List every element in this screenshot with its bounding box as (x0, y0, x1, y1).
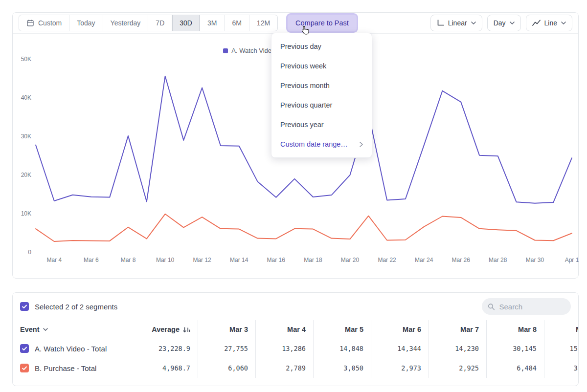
value-cell-cut: 3, (544, 358, 579, 378)
value-cell: 14,848 (313, 339, 371, 358)
row-checkbox[interactable] (20, 344, 29, 353)
segment-name[interactable]: A. Watch Video - Total (35, 345, 107, 353)
chevron-down-icon (43, 328, 48, 331)
table-header: Event Average Mar 3 Mar 4 Mar 5 Mar 6 Ma… (13, 320, 578, 339)
svg-text:Mar 16: Mar 16 (267, 257, 286, 263)
svg-text:Mar 28: Mar 28 (489, 257, 507, 263)
average-value: 23,228.9 (140, 345, 198, 352)
column-header-mar-7[interactable]: Mar 7 (429, 320, 486, 339)
menu-item-previous-quarter[interactable]: Previous quarter (271, 95, 372, 115)
svg-text:Mar 12: Mar 12 (193, 257, 211, 263)
svg-text:0: 0 (28, 249, 31, 256)
svg-text:Mar 20: Mar 20 (341, 257, 360, 263)
check-icon (22, 365, 27, 371)
menu-item-previous-day[interactable]: Previous day (271, 37, 372, 56)
column-header-cut: M (544, 320, 579, 339)
value-cell: 2,925 (429, 358, 486, 378)
svg-text:Mar 6: Mar 6 (84, 257, 99, 263)
range-yesterday[interactable]: Yesterday (103, 15, 148, 31)
check-icon (22, 304, 27, 309)
value-cell: 30,145 (486, 339, 544, 358)
value-cell-cut: 15, (544, 339, 579, 358)
event-cell: A. Watch Video - Total (13, 344, 140, 353)
sort-descending-icon (183, 327, 190, 333)
svg-text:Mar 8: Mar 8 (121, 257, 136, 263)
range-today[interactable]: Today (69, 15, 102, 31)
value-cell: 13,286 (255, 339, 313, 358)
menu-item-previous-year[interactable]: Previous year (271, 115, 372, 134)
calendar-icon (26, 19, 34, 27)
svg-text:Mar 4: Mar 4 (46, 257, 62, 263)
value-cell: 27,755 (198, 339, 255, 358)
search-input[interactable] (499, 303, 565, 311)
event-cell: B. Purchase - Total (13, 364, 140, 372)
analytics-dashboard: { "toolbar": { "custom_label": "Custom",… (0, 0, 587, 392)
svg-text:10K: 10K (21, 210, 31, 217)
compare-menu: Previous day Previous week Previous mont… (271, 33, 372, 158)
chevron-down-icon (471, 22, 476, 24)
svg-text:Mar 30: Mar 30 (526, 257, 544, 263)
column-header-mar-3[interactable]: Mar 3 (198, 320, 255, 339)
svg-text:Mar 14: Mar 14 (230, 257, 248, 263)
segments-header: Selected 2 of 2 segments (13, 293, 578, 320)
average-column-header[interactable]: Average (140, 326, 198, 333)
chevron-right-icon (360, 142, 363, 147)
chart-controls: Linear Day Line (430, 15, 572, 31)
menu-item-previous-month[interactable]: Previous month (271, 76, 372, 95)
svg-text:Mar 10: Mar 10 (156, 257, 175, 263)
check-icon (22, 346, 27, 351)
compare-to-past-button[interactable]: Compare to Past (288, 15, 357, 31)
segment-name[interactable]: B. Purchase - Total (35, 364, 96, 372)
interval-dropdown[interactable]: Day (487, 15, 521, 31)
column-header-mar-6[interactable]: Mar 6 (371, 320, 429, 339)
value-cell: 2,973 (371, 358, 429, 378)
value-cell: 3,050 (313, 358, 371, 378)
value-cell: 6,484 (486, 358, 544, 378)
menu-item-previous-week[interactable]: Previous week (271, 56, 372, 76)
average-value: 4,968.7 (140, 364, 198, 372)
svg-text:Mar 24: Mar 24 (415, 257, 433, 263)
value-cell: 14,230 (429, 339, 486, 358)
selected-count-label: Selected 2 of 2 segments (35, 303, 117, 311)
svg-text:50K: 50K (21, 56, 31, 63)
custom-range-label: Custom (38, 19, 62, 27)
chart-type-dropdown[interactable]: Line (526, 15, 572, 31)
column-header-mar-5[interactable]: Mar 5 (313, 320, 371, 339)
svg-text:Mar 26: Mar 26 (452, 257, 471, 263)
range-7d[interactable]: 7D (148, 15, 172, 31)
table-row: A. Watch Video - Total 23,228.9 27,755 1… (13, 339, 578, 358)
table-row: B. Purchase - Total 4,968.7 6,060 2,789 … (13, 358, 578, 378)
range-6m[interactable]: 6M (224, 15, 248, 31)
scale-dropdown[interactable]: Linear (430, 15, 482, 31)
legend-swatch-purple (223, 48, 228, 53)
range-30d-selected[interactable]: 30D (172, 15, 200, 31)
column-header-mar-8[interactable]: Mar 8 (486, 320, 544, 339)
svg-text:30K: 30K (21, 133, 31, 140)
svg-text:20K: 20K (21, 172, 31, 178)
menu-item-custom-date-range[interactable]: Custom date range… (271, 134, 372, 154)
value-cell: 14,344 (371, 339, 429, 358)
line-chart-icon (532, 20, 541, 26)
value-cell: 6,060 (198, 358, 255, 378)
segments-card: Selected 2 of 2 segments Event Average (12, 292, 579, 386)
search-icon (488, 303, 495, 311)
chevron-down-icon (561, 22, 566, 24)
chart-card: Custom Today Yesterday 7D 30D 3M 6M 12M … (12, 12, 579, 279)
search-box[interactable] (482, 298, 571, 315)
range-12m[interactable]: 12M (249, 15, 277, 31)
custom-range-button[interactable]: Custom (19, 15, 69, 31)
svg-text:Mar 22: Mar 22 (378, 257, 396, 263)
svg-text:40K: 40K (21, 94, 31, 101)
select-all-checkbox[interactable] (20, 302, 29, 311)
range-3m[interactable]: 3M (200, 15, 224, 31)
column-header-mar-4[interactable]: Mar 4 (255, 320, 313, 339)
event-column-header[interactable]: Event (13, 326, 140, 333)
chevron-down-icon (510, 22, 515, 24)
toolbar: Custom Today Yesterday 7D 30D 3M 6M 12M … (13, 13, 578, 34)
linear-scale-icon (437, 20, 444, 26)
value-cell: 2,789 (255, 358, 313, 378)
date-range-control: Custom Today Yesterday 7D 30D 3M 6M 12M (19, 15, 278, 31)
row-checkbox[interactable] (20, 364, 29, 372)
svg-text:Apr 1: Apr 1 (565, 257, 579, 263)
svg-text:Mar 18: Mar 18 (304, 257, 322, 263)
